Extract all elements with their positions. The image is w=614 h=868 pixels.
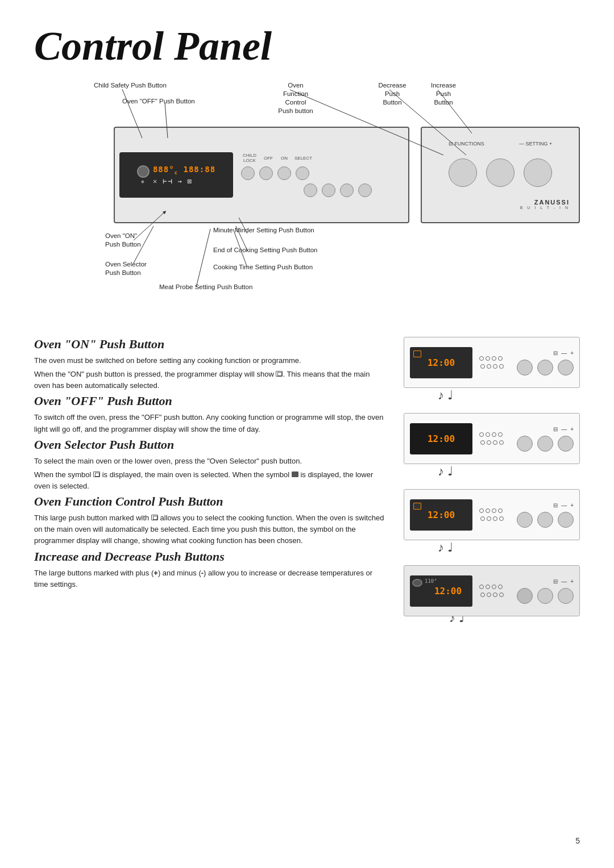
heading-oven-off: Oven "OFF" Push Button bbox=[34, 394, 387, 408]
function-button[interactable] bbox=[449, 158, 477, 187]
mini-display-3: 12:00 bbox=[410, 499, 472, 531]
mini-display-1: 12:00 bbox=[410, 347, 472, 378]
page-title: Control Panel bbox=[34, 23, 580, 70]
label-increase: IncreasePushButton bbox=[421, 81, 466, 107]
mini-panel-4: 110° 12:00 ⊟—+ bbox=[404, 565, 580, 616]
oven-selector-text-2: When the symbol is displayed, the main o… bbox=[34, 469, 387, 492]
label-decrease: DecreasePushButton bbox=[370, 81, 415, 107]
mini-inc-btn-4[interactable] bbox=[558, 588, 574, 604]
mini-dec-btn-4[interactable] bbox=[537, 588, 553, 604]
label-child-safety: Child Safety Push Button bbox=[94, 81, 167, 90]
mini-display-4: 110° 12:00 bbox=[410, 575, 472, 607]
symbol-filled bbox=[292, 471, 298, 477]
mini-inc-btn-3[interactable] bbox=[558, 512, 574, 528]
mini-time-4: 12:00 bbox=[434, 586, 462, 596]
oven-off-text-1: To switch off the oven, press the "OFF" … bbox=[34, 412, 387, 435]
label-oven-off: Oven "OFF" Push Button bbox=[122, 97, 195, 106]
zanussi-logo: ZANUSSI bbox=[431, 199, 570, 206]
label-meat-probe: Meat Probe Setting Push Button bbox=[159, 283, 252, 291]
mini-dots-row-1 bbox=[479, 356, 504, 361]
oven-on-text-1: The oven must be switched on before sett… bbox=[34, 355, 387, 366]
mini-time-3: 12:00 bbox=[428, 510, 455, 520]
label-minute-minder: Minute Minder Setting Push Button bbox=[213, 226, 314, 235]
square-symbol bbox=[276, 371, 283, 377]
section-oven-selector: Oven Selector Push Button To select the … bbox=[34, 437, 387, 492]
heading-oven-selector: Oven Selector Push Button bbox=[34, 437, 387, 452]
label-oven-selector: Oven SelectorPush Button bbox=[105, 260, 162, 277]
increase-decrease-text: The large buttons marked with plus (+) a… bbox=[34, 567, 387, 590]
increase-button[interactable] bbox=[524, 158, 552, 187]
mini-right-4: ⊟—+ bbox=[517, 578, 574, 604]
mini-right-3: ⊟—+ bbox=[517, 502, 574, 528]
label-end-cooking: End of Cooking Setting Push Button bbox=[213, 246, 317, 254]
panel-main: ◉ 888°c 188:88 ✕ ⊢⊣ → ⊠ CHILDLOCK OFF ON bbox=[114, 127, 409, 223]
mini-panel-1: 12:00 ⊟—+ bbox=[404, 337, 580, 388]
oven-function-text-1: This large push button marked with allow… bbox=[34, 512, 387, 546]
mini-panel-4-wrapper: 110° 12:00 ⊟—+ bbox=[404, 565, 580, 625]
main-content: Oven "ON" Push Button The oven must be s… bbox=[34, 337, 580, 625]
mini-dec-btn-2[interactable] bbox=[537, 436, 553, 452]
heading-oven-function: Oven Function Control Push Button bbox=[34, 494, 387, 509]
mini-panel-2-wrapper: 12:00 ⊟—+ bbox=[404, 413, 580, 479]
heading-oven-on: Oven "ON" Push Button bbox=[34, 337, 387, 352]
section-increase-decrease: Increase and Decrease Push Buttons The l… bbox=[34, 549, 387, 590]
heading-increase-decrease: Increase and Decrease Push Buttons bbox=[34, 549, 387, 564]
section-oven-on: Oven "ON" Push Button The oven must be s… bbox=[34, 337, 387, 391]
mini-func-btn-3[interactable] bbox=[517, 512, 533, 528]
mini-right-2: ⊟—+ bbox=[517, 426, 574, 452]
section-oven-function: Oven Function Control Push Button This l… bbox=[34, 494, 387, 546]
text-sections: Oven "ON" Push Button The oven must be s… bbox=[34, 337, 387, 625]
panel-right-controls: ⊟ FUNCTIONS — SETTING + ZANUSSI B U I L … bbox=[421, 127, 580, 223]
label-oven-function: OvenFunctionControlPush button bbox=[256, 81, 335, 115]
oven-on-text-2: When the "ON" push button is pressed, th… bbox=[34, 369, 387, 391]
mini-panel-3-wrapper: 12:00 ⊟—+ bbox=[404, 489, 580, 555]
symbol-open bbox=[93, 471, 100, 477]
mini-panel-illustrations: 12:00 ⊟—+ bbox=[404, 337, 580, 625]
mini-panel-2: 12:00 ⊟—+ bbox=[404, 413, 580, 464]
mini-func-btn-2[interactable] bbox=[517, 436, 533, 452]
mini-time-1: 12:00 bbox=[428, 357, 455, 368]
panel-display: ◉ 888°c 188:88 ✕ ⊢⊣ → ⊠ bbox=[119, 152, 233, 198]
mini-time-2: 12:00 bbox=[428, 433, 455, 444]
mini-inc-btn-2[interactable] bbox=[558, 436, 574, 452]
zanussi-subtitle: B U I L T - I N bbox=[431, 206, 570, 210]
label-cooking-time: Cooking Time Setting Push Button bbox=[213, 263, 313, 272]
oven-selector-text-1: To select the main oven or the lower ove… bbox=[34, 456, 387, 467]
mini-dec-btn-1[interactable] bbox=[537, 360, 553, 375]
mini-func-btn-1[interactable] bbox=[517, 360, 533, 375]
mini-display-2: 12:00 bbox=[410, 423, 472, 454]
function-symbol bbox=[151, 515, 158, 520]
mini-panel-1-wrapper: 12:00 ⊟—+ bbox=[404, 337, 580, 403]
mini-func-btn-4[interactable] bbox=[517, 588, 533, 604]
svg-line-10 bbox=[196, 229, 210, 287]
label-oven-on: Oven "ON"Push Button bbox=[105, 232, 156, 249]
mini-right-1: ⊟—+ bbox=[517, 350, 574, 375]
decrease-button[interactable] bbox=[486, 158, 515, 187]
control-panel-diagram: Child Safety Push Button OvenFunctionCon… bbox=[34, 81, 580, 320]
mini-dec-btn-3[interactable] bbox=[537, 512, 553, 528]
mini-panel-3: 12:00 ⊟—+ bbox=[404, 489, 580, 540]
section-oven-off: Oven "OFF" Push Button To switch off the… bbox=[34, 394, 387, 435]
mini-inc-btn-1[interactable] bbox=[558, 360, 574, 375]
page-number: 5 bbox=[575, 836, 580, 845]
